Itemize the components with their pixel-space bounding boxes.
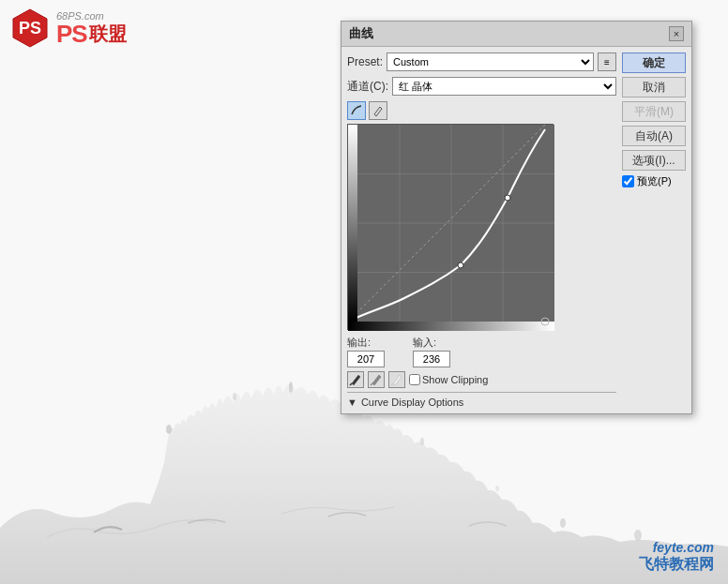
svg-text:PS: PS bbox=[19, 19, 41, 37]
eyedrop-row: Show Clipping bbox=[347, 371, 616, 388]
svg-point-8 bbox=[560, 518, 566, 528]
cancel-button[interactable]: 取消 bbox=[622, 77, 686, 97]
curve-tool-button[interactable] bbox=[347, 101, 366, 120]
input-group: 输入: bbox=[413, 336, 450, 367]
dialog-body: Preset: Custom ≡ 通道(C): 红 晶体 bbox=[341, 47, 691, 413]
svg-point-4 bbox=[289, 382, 293, 393]
preview-row: 预览(P) bbox=[622, 174, 686, 188]
output-label: 输出: bbox=[347, 336, 385, 350]
curves-dialog: 曲线 × Preset: Custom ≡ 通道(C): 红 晶体 bbox=[341, 21, 692, 414]
svg-line-26 bbox=[391, 383, 393, 385]
auto-button[interactable]: 自动(A) bbox=[622, 126, 686, 146]
curve-grid bbox=[348, 125, 554, 331]
logo-union-text: 联盟 bbox=[89, 22, 127, 47]
channel-select[interactable]: 红 晶体 bbox=[392, 77, 616, 96]
dialog-left-panel: Preset: Custom ≡ 通道(C): 红 晶体 bbox=[347, 52, 616, 408]
svg-point-7 bbox=[495, 486, 499, 491]
output-input-area: 输出: 输入: bbox=[347, 336, 616, 367]
ok-button[interactable]: 确定 bbox=[622, 52, 686, 73]
logo-icon: PS bbox=[9, 7, 51, 49]
show-clipping-checkbox[interactable] bbox=[409, 374, 420, 385]
curve-canvas-area[interactable] bbox=[347, 124, 554, 330]
input-label: 输入: bbox=[413, 336, 450, 350]
white-eyedropper-button[interactable] bbox=[388, 371, 405, 388]
black-eyedropper-button[interactable] bbox=[347, 371, 364, 388]
preset-menu-button[interactable]: ≡ bbox=[598, 52, 616, 71]
svg-point-6 bbox=[420, 438, 424, 445]
output-group: 输出: bbox=[347, 336, 385, 367]
smooth-button[interactable]: 平滑(M) bbox=[622, 101, 686, 122]
input-input[interactable] bbox=[413, 351, 450, 367]
output-input[interactable] bbox=[347, 351, 385, 367]
svg-line-10 bbox=[380, 107, 382, 109]
svg-line-24 bbox=[350, 383, 352, 385]
preview-label: 预览(P) bbox=[637, 174, 672, 188]
tools-row bbox=[347, 101, 616, 120]
svg-point-2 bbox=[166, 425, 172, 434]
curve-options-row[interactable]: ▼ Curve Display Options bbox=[347, 392, 616, 408]
curve-options-arrow[interactable]: ▼ bbox=[347, 397, 357, 408]
feyte-name: 飞特教程网 bbox=[639, 555, 714, 575]
svg-line-25 bbox=[371, 383, 372, 385]
feyte-watermark: feyte.com 飞特教程网 bbox=[639, 540, 714, 575]
logo-area: PS 68PS.com PS 联盟 bbox=[9, 7, 127, 49]
preset-select[interactable]: Custom bbox=[387, 52, 594, 71]
dialog-titlebar: 曲线 × bbox=[341, 22, 691, 47]
close-button[interactable]: × bbox=[669, 26, 684, 41]
preset-row: Preset: Custom ≡ bbox=[347, 52, 616, 71]
feyte-site: feyte.com bbox=[639, 540, 714, 555]
pencil-tool-button[interactable] bbox=[369, 101, 387, 120]
dialog-right-panel: 确定 取消 平滑(M) 自动(A) 选项(I)... 预览(P) bbox=[622, 52, 686, 408]
svg-point-3 bbox=[233, 393, 236, 400]
svg-rect-21 bbox=[348, 322, 554, 331]
preview-checkbox[interactable] bbox=[622, 175, 634, 187]
logo-text: 68PS.com PS 联盟 bbox=[56, 10, 127, 47]
channel-row: 通道(C): 红 晶体 bbox=[347, 77, 616, 96]
dialog-title: 曲线 bbox=[349, 25, 373, 42]
curve-options-label: Curve Display Options bbox=[361, 397, 463, 408]
channel-label: 通道(C): bbox=[347, 79, 388, 95]
gray-eyedropper-button[interactable] bbox=[368, 371, 385, 388]
svg-rect-22 bbox=[348, 125, 357, 322]
show-clipping-label: Show Clipping bbox=[409, 374, 488, 385]
svg-point-20 bbox=[505, 195, 510, 201]
options-button[interactable]: 选项(I)... bbox=[622, 150, 686, 171]
svg-point-19 bbox=[458, 262, 463, 268]
preset-label: Preset: bbox=[347, 55, 383, 68]
logo-ps-text: PS bbox=[56, 22, 87, 46]
